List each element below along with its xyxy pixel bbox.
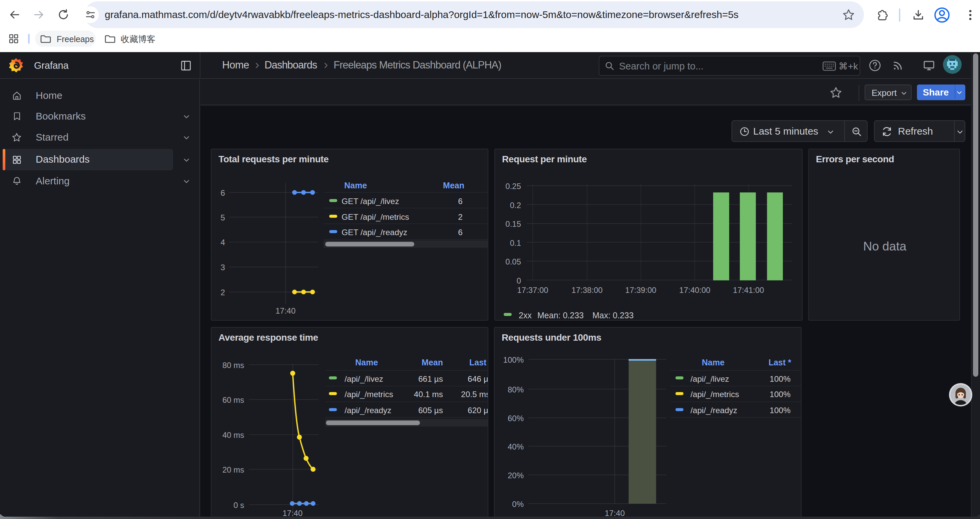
svg-text:20 ms: 20 ms — [223, 465, 244, 474]
svg-text:17:40:00: 17:40:00 — [679, 286, 710, 295]
svg-text:17:38:00: 17:38:00 — [571, 286, 602, 295]
svg-text:0.15: 0.15 — [505, 219, 521, 228]
svg-text:6: 6 — [221, 188, 225, 197]
svg-text:80 ms: 80 ms — [223, 361, 244, 370]
svg-text:5: 5 — [221, 213, 225, 222]
svg-text:17:39:00: 17:39:00 — [625, 286, 656, 295]
svg-text:4: 4 — [221, 238, 225, 247]
svg-text:60%: 60% — [508, 414, 524, 423]
svg-text:0.05: 0.05 — [505, 257, 521, 266]
svg-text:40 ms: 40 ms — [223, 431, 244, 439]
svg-text:3: 3 — [221, 263, 225, 272]
svg-text:60 ms: 60 ms — [223, 395, 244, 404]
svg-text:40%: 40% — [508, 442, 524, 451]
svg-text:0 s: 0 s — [234, 501, 244, 509]
svg-text:0.25: 0.25 — [505, 182, 521, 191]
svg-text:80%: 80% — [508, 385, 524, 394]
svg-text:100%: 100% — [503, 355, 524, 364]
svg-text:20%: 20% — [508, 471, 524, 480]
svg-text:17:40: 17:40 — [275, 306, 296, 315]
svg-text:17:37:00: 17:37:00 — [517, 286, 548, 295]
svg-text:17:41:00: 17:41:00 — [733, 286, 764, 295]
svg-text:0.2: 0.2 — [510, 201, 521, 210]
svg-text:0%: 0% — [512, 500, 524, 509]
svg-text:0: 0 — [517, 276, 521, 285]
svg-text:0.1: 0.1 — [510, 238, 521, 248]
svg-text:17:40: 17:40 — [283, 509, 302, 517]
svg-text:17:40: 17:40 — [605, 509, 625, 517]
svg-text:2: 2 — [221, 288, 225, 297]
